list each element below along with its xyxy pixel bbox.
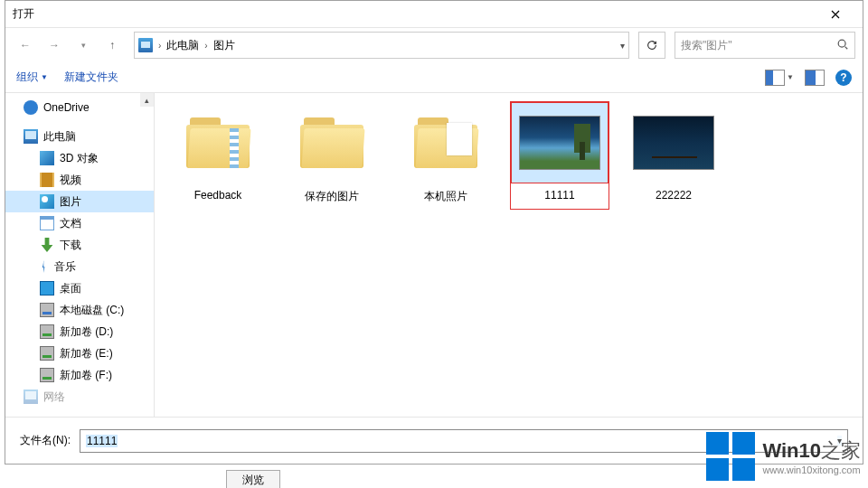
sidebar-item-6[interactable]: 下载 — [5, 234, 154, 256]
forward-button[interactable]: → — [42, 33, 67, 58]
refresh-button[interactable] — [638, 32, 665, 59]
pc-icon — [24, 129, 38, 144]
film-icon — [40, 173, 54, 187]
chevron-right-icon: › — [158, 41, 161, 51]
file-item-3[interactable]: 11111 — [511, 102, 609, 202]
address-bar[interactable]: › 此电脑 › 图片 ▾ — [134, 32, 629, 59]
desk-icon — [40, 281, 54, 296]
sidebar-item-label: 音乐 — [54, 259, 76, 275]
arrow-left-icon: ← — [20, 39, 31, 52]
sidebar-item-5[interactable]: 文档 — [5, 212, 154, 234]
pic-icon — [40, 194, 54, 209]
sidebar-item-label: 本地磁盘 (C:) — [60, 303, 124, 318]
browse-button-stub[interactable]: 浏览 — [226, 470, 280, 488]
recent-dropdown[interactable]: ▾ — [71, 33, 96, 58]
sidebar-item-label: 新加卷 (E:) — [60, 346, 113, 361]
organize-menu[interactable]: 组织 ▼ — [16, 70, 48, 85]
sidebar-item-13[interactable]: 网络 — [5, 386, 154, 408]
sidebar-item-8[interactable]: 桌面 — [5, 277, 154, 299]
view-mode-button[interactable]: ▼ — [765, 70, 794, 86]
dialog-body: ▴ OneDrive此电脑3D 对象视频图片文档下载音乐桌面本地磁盘 (C:)新… — [5, 93, 863, 417]
file-item-label: 11111 — [511, 189, 609, 202]
sidebar-item-12[interactable]: 新加卷 (F:) — [5, 364, 154, 386]
cloud-icon — [24, 100, 38, 115]
toolbar: 组织 ▼ 新建文件夹 ▼ ? — [5, 62, 863, 93]
preview-pane-button[interactable] — [805, 70, 825, 86]
file-grid[interactable]: Feedback保存的图片本机照片11111222222 — [155, 93, 863, 417]
help-button[interactable]: ? — [835, 70, 852, 86]
drive-icon — [40, 346, 54, 361]
arrow-right-icon: → — [49, 39, 60, 52]
sidebar-item-11[interactable]: 新加卷 (E:) — [5, 343, 154, 364]
sidebar-item-1[interactable]: 此电脑 — [5, 126, 154, 147]
sidebar-item-label: 网络 — [43, 389, 65, 405]
drive-icon — [40, 324, 54, 339]
window-title: 打开 — [13, 6, 816, 22]
folder-icon — [283, 102, 381, 183]
sidebar-item-label: 3D 对象 — [60, 151, 99, 166]
chevron-down-icon: ▾ — [81, 41, 86, 50]
drive-icon — [40, 303, 54, 317]
folder-icon — [397, 102, 495, 183]
sidebar-item-0[interactable]: OneDrive — [5, 97, 154, 118]
search-icon — [836, 38, 849, 53]
new-folder-button[interactable]: 新建文件夹 — [64, 70, 118, 85]
sidebar-item-label: 新加卷 (F:) — [60, 368, 112, 383]
sidebar-item-10[interactable]: 新加卷 (D:) — [5, 321, 154, 343]
drive-icon — [40, 368, 54, 382]
pc-icon — [138, 38, 153, 52]
chevron-down-icon: ▼ — [787, 73, 794, 81]
sidebar-item-label: 图片 — [60, 194, 81, 210]
nav-row: ← → ▾ ↑ › 此电脑 › 图片 ▾ 搜索"图片" — [5, 28, 863, 62]
scroll-up-button[interactable]: ▴ — [140, 93, 154, 107]
search-input[interactable]: 搜索"图片" — [675, 32, 855, 59]
sidebar-item-label: OneDrive — [43, 101, 90, 114]
refresh-icon — [646, 39, 658, 52]
watermark: Win10之家 www.win10xitong.com — [706, 432, 861, 481]
file-item-0[interactable]: Feedback — [169, 102, 267, 202]
file-item-label: 保存的图片 — [283, 189, 381, 204]
sidebar-item-7[interactable]: 音乐 — [5, 256, 154, 277]
sidebar-item-label: 桌面 — [60, 281, 81, 296]
cube-icon — [40, 151, 54, 165]
file-item-label: Feedback — [169, 189, 267, 202]
arrow-up-icon: ↑ — [109, 39, 115, 52]
sidebar-item-3[interactable]: 视频 — [5, 169, 154, 191]
filename-label: 文件名(N): — [20, 433, 71, 448]
down-icon — [40, 238, 54, 252]
image-thumbnail — [511, 102, 609, 183]
nav-sidebar: ▴ OneDrive此电脑3D 对象视频图片文档下载音乐桌面本地磁盘 (C:)新… — [5, 93, 155, 417]
sidebar-item-2[interactable]: 3D 对象 — [5, 147, 154, 169]
chevron-down-icon[interactable]: ▾ — [620, 41, 625, 51]
file-item-1[interactable]: 保存的图片 — [283, 102, 381, 204]
crumb-root[interactable]: 此电脑 — [166, 38, 199, 53]
sidebar-item-label: 文档 — [60, 216, 81, 231]
titlebar: 打开 — [5, 1, 863, 28]
doc-icon — [40, 216, 54, 230]
crumb-current[interactable]: 图片 — [213, 38, 235, 53]
chevron-right-icon: › — [204, 41, 207, 51]
open-dialog: 打开 ← → ▾ ↑ › 此电脑 › 图片 ▾ 搜索"图片" 组 — [5, 0, 863, 465]
sidebar-item-label: 视频 — [60, 173, 81, 188]
file-item-label: 本机照片 — [397, 189, 495, 204]
file-item-2[interactable]: 本机照片 — [397, 102, 495, 204]
up-button[interactable]: ↑ — [99, 33, 125, 58]
close-button[interactable] — [816, 2, 855, 27]
folder-icon — [169, 102, 267, 183]
chevron-down-icon: ▼ — [41, 73, 48, 81]
svg-point-0 — [838, 40, 845, 47]
search-placeholder: 搜索"图片" — [681, 38, 732, 53]
image-thumbnail — [625, 102, 722, 183]
file-item-4[interactable]: 222222 — [625, 102, 722, 202]
sidebar-item-4[interactable]: 图片 — [5, 191, 154, 212]
sidebar-item-label: 新加卷 (D:) — [60, 324, 113, 340]
back-button[interactable]: ← — [13, 33, 38, 58]
view-icon — [765, 70, 785, 86]
windows-logo-icon — [706, 432, 755, 481]
file-item-label: 222222 — [625, 189, 722, 202]
sidebar-item-label: 此电脑 — [43, 129, 76, 145]
sidebar-item-label: 下载 — [60, 238, 81, 253]
sidebar-item-9[interactable]: 本地磁盘 (C:) — [5, 299, 154, 321]
filename-value: 11111 — [86, 435, 118, 447]
pc-icon — [24, 389, 38, 404]
